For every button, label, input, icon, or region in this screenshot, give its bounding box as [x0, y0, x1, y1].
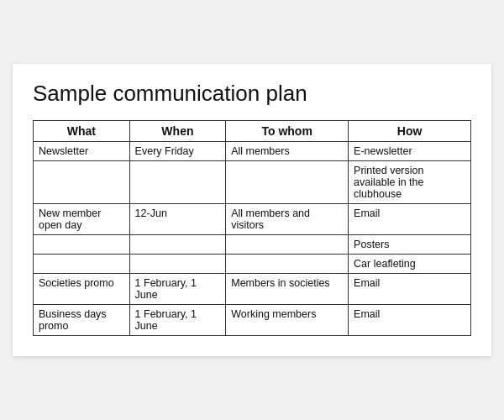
cell-how: E-newsletter [349, 142, 471, 161]
cell-towhom [226, 161, 349, 204]
cell-what: New member open day [34, 204, 130, 235]
cell-what [34, 235, 130, 255]
cell-what [34, 255, 130, 274]
cell-how: Email [349, 204, 471, 235]
cell-how: Email [349, 274, 471, 305]
communication-plan-table: What When To whom How Newsletter Every F… [33, 120, 471, 336]
table-row: Societies promo 1 February, 1 June Membe… [34, 274, 471, 305]
cell-towhom [226, 235, 349, 255]
cell-how: Car leafleting [349, 255, 471, 274]
header-how: How [349, 121, 471, 142]
table-header-row: What When To whom How [34, 121, 471, 142]
cell-what: Business days promo [34, 305, 130, 336]
cell-how: Email [349, 305, 471, 336]
cell-what: Newsletter [34, 142, 130, 161]
cell-what [34, 161, 130, 204]
table-row: Posters [34, 235, 471, 255]
cell-what: Societies promo [34, 274, 130, 305]
cell-towhom: Working members [226, 305, 349, 336]
cell-when [129, 255, 226, 274]
table-row: Printed version available in the clubhou… [34, 161, 471, 204]
header-when: When [129, 121, 226, 142]
table-row: Car leafleting [34, 255, 471, 274]
page-container: Sample communication plan What When To w… [13, 64, 491, 356]
cell-when: 1 February, 1 June [129, 305, 226, 336]
cell-towhom [226, 255, 349, 274]
header-towhom: To whom [226, 121, 349, 142]
cell-when: 12-Jun [129, 204, 226, 235]
table-row: New member open day 12-Jun All members a… [34, 204, 471, 235]
table-row: Newsletter Every Friday All members E-ne… [34, 142, 471, 161]
cell-when [129, 235, 226, 255]
cell-when: Every Friday [129, 142, 226, 161]
cell-how: Posters [349, 235, 471, 255]
page-title: Sample communication plan [33, 81, 471, 107]
cell-when: 1 February, 1 June [129, 274, 226, 305]
cell-when [129, 161, 226, 204]
header-what: What [34, 121, 130, 142]
table-row: Business days promo 1 February, 1 June W… [34, 305, 471, 336]
cell-towhom: Members in societies [226, 274, 349, 305]
cell-towhom: All members [226, 142, 349, 161]
cell-how: Printed version available in the clubhou… [349, 161, 471, 204]
cell-towhom: All members and visitors [226, 204, 349, 235]
